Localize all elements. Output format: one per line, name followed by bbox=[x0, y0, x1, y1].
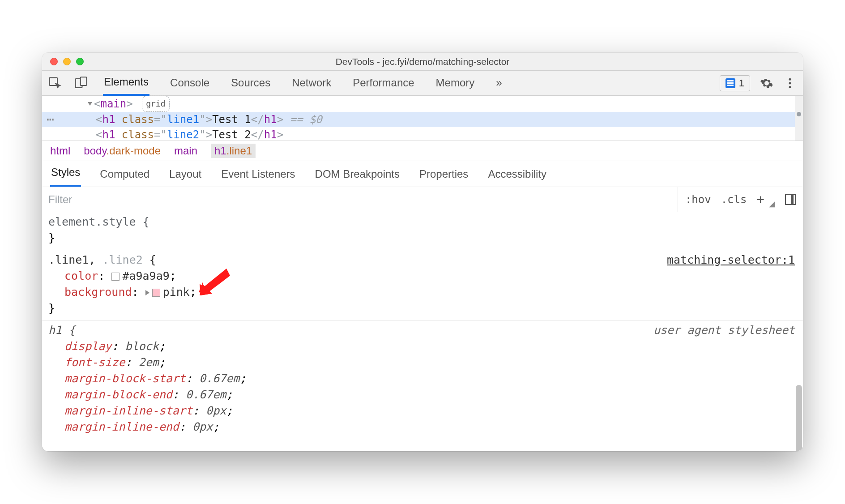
selector-element-style: element.style bbox=[48, 215, 136, 228]
main-toolbar: Elements Console Sources Network Perform… bbox=[42, 71, 803, 96]
subtab-styles[interactable]: Styles bbox=[50, 160, 81, 187]
filter-input[interactable]: Filter bbox=[42, 187, 678, 212]
rule-user-agent-h1[interactable]: user agent stylesheet h1 { display: bloc… bbox=[42, 320, 803, 439]
css-property[interactable]: color: #a9a9a9; bbox=[48, 268, 797, 284]
devtools-window: DevTools - jec.fyi/demo/matching-selecto… bbox=[42, 53, 803, 451]
svg-rect-2 bbox=[81, 77, 87, 85]
dom-tree[interactable]: ⋯ <main> grid <h1 class="line1">Test 1</… bbox=[42, 96, 803, 141]
scroll-thumb[interactable] bbox=[796, 385, 802, 451]
subtab-dom-breakpoints[interactable]: DOM Breakpoints bbox=[314, 162, 401, 187]
rule-source-link[interactable]: matching-selector:1 bbox=[667, 252, 795, 268]
selection-marker bbox=[797, 112, 801, 116]
selector-nomatch: .line2 bbox=[102, 253, 142, 266]
issue-icon bbox=[726, 78, 735, 88]
kebab-menu-icon[interactable] bbox=[783, 77, 797, 90]
filter-bar: Filter :hov .cls + ◢ bbox=[42, 187, 803, 212]
hov-toggle[interactable]: :hov bbox=[685, 193, 711, 206]
rule-source-ua: user agent stylesheet bbox=[653, 322, 795, 338]
styles-scrollbar[interactable] bbox=[795, 255, 803, 451]
selector-h1: h1 bbox=[48, 324, 62, 337]
tab-network[interactable]: Network bbox=[291, 71, 332, 95]
resize-corner-icon[interactable]: ◢ bbox=[769, 199, 775, 209]
subtab-layout[interactable]: Layout bbox=[168, 162, 202, 187]
breadcrumb: html body.dark-mode main h1.line1 bbox=[42, 141, 803, 161]
subtab-properties[interactable]: Properties bbox=[418, 162, 469, 187]
expand-shorthand-icon[interactable] bbox=[145, 290, 149, 295]
color-swatch[interactable] bbox=[152, 289, 160, 297]
issues-button[interactable]: 1 bbox=[720, 75, 750, 91]
new-rule-button[interactable]: + bbox=[756, 193, 764, 206]
subtab-accessibility[interactable]: Accessibility bbox=[487, 162, 547, 187]
inspect-icon[interactable] bbox=[48, 77, 62, 90]
issues-count: 1 bbox=[739, 77, 744, 89]
selector-match: .line1 bbox=[48, 253, 89, 266]
svg-point-4 bbox=[789, 82, 791, 84]
breadcrumb-h1[interactable]: h1.line1 bbox=[211, 144, 256, 158]
toggle-sidebar-icon[interactable] bbox=[785, 194, 796, 205]
styles-subtabs: Styles Computed Layout Event Listeners D… bbox=[42, 161, 803, 187]
breadcrumb-html[interactable]: html bbox=[50, 145, 70, 157]
breadcrumb-body[interactable]: body.dark-mode bbox=[84, 145, 161, 157]
rule-line1-line2[interactable]: matching-selector:1 .line1, .line2 { col… bbox=[42, 250, 803, 320]
dom-selected-row[interactable]: <h1 class="line1">Test 1</h1> == $0 bbox=[42, 112, 803, 127]
subtab-event-listeners[interactable]: Event Listeners bbox=[220, 162, 296, 187]
window-title: DevTools - jec.fyi/demo/matching-selecto… bbox=[42, 56, 803, 67]
device-toolbar-icon[interactable] bbox=[74, 77, 88, 90]
dom-scrollbar[interactable] bbox=[795, 96, 803, 141]
styles-panel: element.style { } matching-selector:1 .l… bbox=[42, 212, 803, 451]
grid-badge[interactable]: grid bbox=[142, 96, 169, 112]
selected-indicator: == $0 bbox=[283, 113, 322, 126]
rule-element-style[interactable]: element.style { } bbox=[42, 212, 803, 250]
tab-more[interactable]: » bbox=[495, 71, 503, 95]
chevron-down-icon[interactable] bbox=[88, 102, 92, 106]
tab-memory[interactable]: Memory bbox=[435, 71, 476, 95]
dom-tag-main: main bbox=[100, 98, 126, 110]
breadcrumb-main[interactable]: main bbox=[174, 145, 197, 157]
tab-elements[interactable]: Elements bbox=[103, 70, 149, 96]
dom-row[interactable]: <h1 class="line2">Test 2</h1> bbox=[42, 127, 803, 141]
subtab-computed[interactable]: Computed bbox=[99, 162, 150, 187]
tab-sources[interactable]: Sources bbox=[230, 71, 271, 95]
settings-icon[interactable] bbox=[760, 77, 773, 90]
titlebar: DevTools - jec.fyi/demo/matching-selecto… bbox=[42, 53, 803, 71]
ellipsis-icon[interactable]: ⋯ bbox=[47, 112, 55, 127]
css-property[interactable]: background: pink; bbox=[48, 284, 797, 300]
tab-performance[interactable]: Performance bbox=[352, 71, 415, 95]
cls-toggle[interactable]: .cls bbox=[721, 193, 747, 206]
panel-tabs: Elements Console Sources Network Perform… bbox=[103, 70, 503, 96]
svg-point-5 bbox=[789, 86, 791, 88]
tab-console[interactable]: Console bbox=[169, 71, 210, 95]
color-swatch[interactable] bbox=[111, 273, 119, 281]
svg-point-3 bbox=[789, 78, 791, 80]
